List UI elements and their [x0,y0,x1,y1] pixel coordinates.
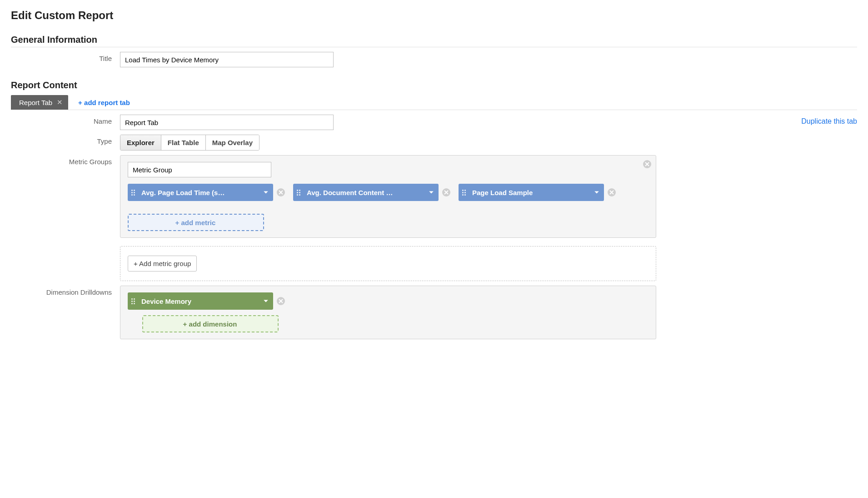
drag-handle-icon[interactable] [462,190,469,196]
close-icon [279,190,283,195]
metric-token-avg-document-content[interactable]: Avg. Document Content … [293,184,439,201]
dimension-token-device-memory[interactable]: Device Memory [128,292,273,310]
section-general-information: General Information Title [11,35,857,67]
metric-group-panel: Avg. Page Load Time (s… Avg. Document Co… [120,155,656,238]
type-option-explorer[interactable]: Explorer [120,135,161,150]
report-tab-label: Report Tab [19,99,52,106]
title-label: Title [11,52,120,62]
title-input[interactable] [120,52,334,67]
close-icon [645,162,649,166]
close-icon [609,190,614,195]
dimension-token-label: Device Memory [141,297,259,305]
duplicate-tab-link[interactable]: Duplicate this tab [801,117,857,126]
name-input[interactable] [120,115,334,130]
type-label: Type [11,135,120,145]
add-metric-group-button[interactable]: + Add metric group [128,256,197,272]
remove-metric-group-button[interactable] [643,160,651,168]
add-report-tab-link[interactable]: + add report tab [78,96,130,110]
page-title: Edit Custom Report [11,9,857,22]
report-tab[interactable]: Report Tab ✕ [11,95,68,110]
report-content-heading: Report Content [11,80,857,92]
metric-token-page-load-sample[interactable]: Page Load Sample [459,184,604,201]
add-dimension-label: + add dimension [183,320,237,328]
metric-token-label: Avg. Document Content … [307,189,424,196]
metric-token-row: Avg. Page Load Time (s… Avg. Document Co… [128,184,649,231]
close-icon [444,190,449,195]
dimension-drilldowns-panel: Device Memory + add dimension [120,286,656,339]
close-icon [279,299,283,303]
report-tab-strip: Report Tab ✕ + add report tab [11,95,857,110]
drag-handle-icon[interactable] [297,190,303,196]
section-report-content: Report Content Report Tab ✕ + add report… [11,80,857,339]
dimension-token-row: Device Memory [128,292,649,310]
add-metric-label: + add metric [175,219,216,226]
add-metric-button[interactable]: + add metric [128,214,264,231]
remove-metric-button[interactable] [608,188,616,196]
chevron-down-icon [263,189,269,196]
type-selector: Explorer Flat Table Map Overlay [120,135,259,151]
remove-metric-button[interactable] [442,188,450,196]
remove-dimension-button[interactable] [277,297,285,305]
type-option-flat-table[interactable]: Flat Table [161,135,205,150]
metric-token-label: Avg. Page Load Time (s… [141,189,259,196]
add-metric-group-panel: + Add metric group [120,246,656,281]
remove-metric-button[interactable] [277,188,285,196]
close-icon[interactable]: ✕ [57,98,63,106]
add-dimension-button[interactable]: + add dimension [142,315,279,332]
dimension-drilldowns-label: Dimension Drilldowns [11,286,120,296]
chevron-down-icon [429,189,434,196]
name-label: Name [11,115,120,125]
type-option-map-overlay[interactable]: Map Overlay [205,135,259,150]
metric-groups-label: Metric Groups [11,155,120,166]
drag-handle-icon[interactable] [131,190,138,196]
metric-group-name-input[interactable] [128,162,271,177]
metric-token-avg-page-load-time[interactable]: Avg. Page Load Time (s… [128,184,273,201]
general-info-heading: General Information [11,35,857,47]
metric-token-label: Page Load Sample [472,189,589,196]
chevron-down-icon [594,189,599,196]
drag-handle-icon[interactable] [131,298,138,304]
chevron-down-icon [263,297,269,305]
